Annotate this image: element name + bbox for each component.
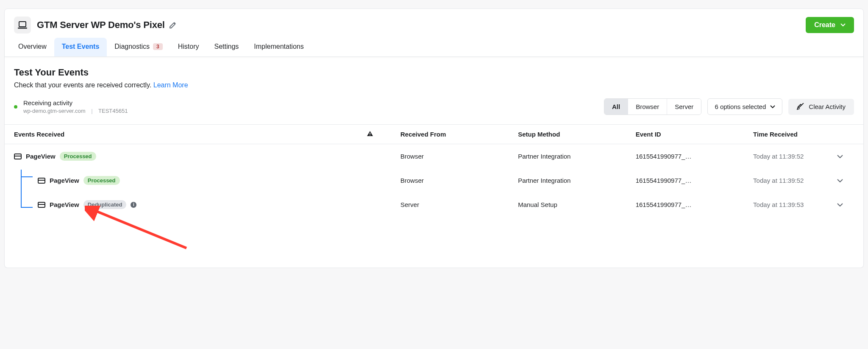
tabs: Overview Test Events Diagnostics 3 Histo… — [5, 38, 863, 57]
chevron-down-icon — [837, 203, 843, 207]
activity-status-label: Receiving activity — [23, 99, 128, 106]
setup-method: Partner Integration — [518, 177, 635, 184]
event-name: PageView — [26, 153, 56, 160]
time-received: Today at 11:39:52 — [753, 177, 837, 184]
expand-row-button[interactable] — [837, 179, 854, 182]
table-row[interactable]: PageView Processed Browser Partner Integ… — [14, 168, 854, 193]
browser-window-icon — [38, 178, 45, 184]
pencil-icon — [169, 21, 177, 29]
svg-rect-3 — [370, 135, 371, 136]
activity-status-indicator — [14, 105, 17, 109]
time-received: Today at 11:39:52 — [753, 153, 837, 160]
received-from: Browser — [401, 177, 518, 184]
clear-activity-button[interactable]: Clear Activity — [788, 99, 854, 115]
clear-activity-label: Clear Activity — [809, 103, 846, 110]
svg-rect-2 — [370, 133, 371, 134]
learn-more-link[interactable]: Learn More — [153, 81, 188, 89]
svg-rect-0 — [19, 22, 26, 27]
filter-all-button[interactable]: All — [604, 99, 628, 114]
pixel-type-icon — [14, 17, 31, 34]
event-name: PageView — [50, 201, 79, 208]
table-row[interactable]: PageView Processed Browser Partner Integ… — [14, 144, 854, 168]
section-title: Test Your Events — [14, 67, 854, 78]
setup-method: Manual Setup — [518, 201, 635, 208]
browser-window-icon — [14, 154, 22, 159]
event-id: 1615541990977_… — [636, 177, 753, 184]
event-id: 1615541990977_… — [636, 153, 753, 160]
page-title: GTM Server WP Demo's Pixel — [37, 20, 165, 31]
received-from: Server — [401, 201, 518, 208]
warning-icon — [367, 131, 373, 137]
col-event-id: Event ID — [636, 131, 753, 138]
event-id: 1615541990977_… — [636, 201, 753, 208]
received-from: Browser — [401, 153, 518, 160]
diagnostics-badge: 3 — [153, 43, 163, 50]
tab-overview[interactable]: Overview — [11, 38, 54, 56]
source-filter-group: All Browser Server — [604, 98, 701, 115]
tab-history[interactable]: History — [170, 38, 207, 56]
status-badge: Processed — [83, 176, 120, 185]
tab-implementations[interactable]: Implementations — [246, 38, 311, 56]
edit-title-button[interactable] — [169, 21, 177, 29]
setup-method: Partner Integration — [518, 153, 635, 160]
svg-rect-1 — [18, 28, 27, 29]
expand-row-button[interactable] — [837, 203, 854, 207]
table-row[interactable]: PageView Deduplicated i Server Manual Se… — [14, 193, 854, 217]
activity-domain: wp-demo.gtm-server.com — [23, 108, 86, 114]
section-subtitle: Check that your events are received corr… — [14, 81, 151, 89]
caret-down-icon — [840, 23, 846, 27]
laptop-icon — [18, 21, 27, 29]
options-filter-dropdown[interactable]: 6 options selected — [707, 98, 782, 115]
chevron-down-icon — [837, 155, 843, 158]
event-name: PageView — [50, 177, 79, 184]
create-button-label: Create — [814, 21, 835, 29]
col-warning — [367, 131, 400, 138]
col-received-from: Received From — [401, 131, 518, 138]
tab-settings[interactable]: Settings — [206, 38, 246, 56]
status-badge: Deduplicated — [83, 200, 127, 209]
caret-down-icon — [770, 105, 775, 109]
broom-icon — [797, 103, 804, 111]
options-filter-label: 6 options selected — [715, 103, 766, 110]
tab-test-events[interactable]: Test Events — [54, 38, 107, 56]
filter-server-button[interactable]: Server — [667, 99, 701, 114]
chevron-down-icon — [837, 179, 843, 182]
tab-diagnostics[interactable]: Diagnostics 3 — [107, 38, 170, 56]
tree-connector — [21, 170, 22, 208]
create-button[interactable]: Create — [806, 17, 854, 33]
table-header-row: Events Received Received From Setup Meth… — [5, 124, 863, 144]
col-time-received: Time Received — [753, 131, 854, 138]
info-icon[interactable]: i — [131, 202, 136, 208]
col-events-received: Events Received — [14, 131, 367, 138]
status-badge: Processed — [60, 152, 96, 161]
browser-window-icon — [38, 202, 45, 208]
filter-browser-button[interactable]: Browser — [628, 99, 667, 114]
expand-row-button[interactable] — [837, 155, 854, 158]
col-setup-method: Setup Method — [518, 131, 635, 138]
time-received: Today at 11:39:53 — [753, 201, 837, 208]
activity-test-id: TEST45651 — [98, 108, 128, 114]
